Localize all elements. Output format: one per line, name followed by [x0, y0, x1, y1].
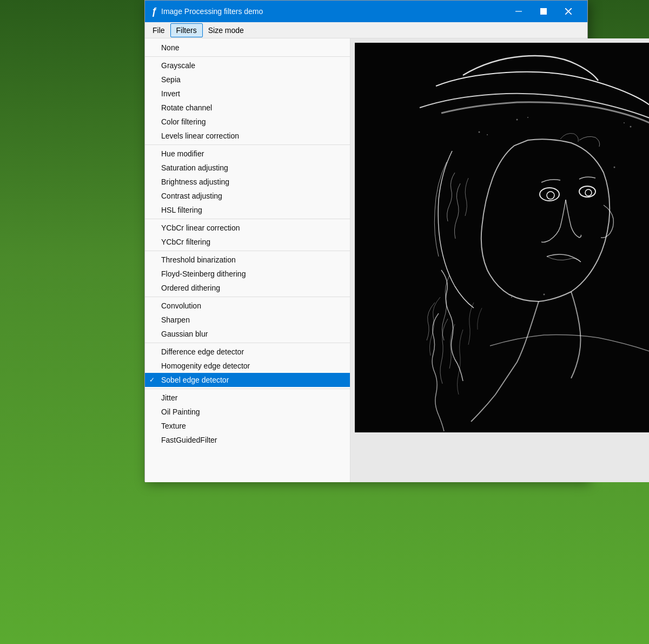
menu-separator: [145, 56, 350, 57]
filter-list-item[interactable]: Gaussian blur: [145, 327, 350, 341]
processed-image: [355, 43, 649, 432]
filter-list-item[interactable]: Convolution: [145, 299, 350, 313]
filter-item-label: Jitter: [161, 393, 177, 402]
svg-point-9: [479, 132, 480, 133]
filter-list-item[interactable]: HSL filtering: [145, 203, 350, 217]
filter-list-item[interactable]: Ordered dithering: [145, 281, 350, 295]
svg-rect-0: [515, 11, 522, 11]
filter-item-label: Hue modifier: [161, 149, 204, 158]
svg-point-17: [511, 297, 512, 298]
filter-list-item[interactable]: Sharpen: [145, 313, 350, 327]
filter-list-item[interactable]: FastGuidedFilter: [145, 433, 350, 447]
titlebar: ƒ Image Processing filters demo: [145, 1, 587, 22]
filter-item-label: Threshold binarization: [161, 255, 236, 264]
filter-item-label: Brightness adjusting: [161, 178, 229, 186]
filter-item-label: Sharpen: [161, 316, 190, 324]
content-area: NoneGrayscaleSepiaInvertRotate channelCo…: [145, 38, 587, 482]
filter-list-item[interactable]: Floyd-Steinberg dithering: [145, 267, 350, 281]
app-icon: ƒ: [151, 6, 157, 17]
filter-list-item[interactable]: Homogenity edge detector: [145, 359, 350, 373]
filter-item-label: Convolution: [161, 301, 201, 310]
filter-list-item[interactable]: Threshold binarization: [145, 253, 350, 267]
filter-item-label: Oil Painting: [161, 408, 200, 416]
svg-point-16: [544, 294, 545, 295]
menu-separator: [145, 251, 350, 251]
filter-item-label: Floyd-Steinberg dithering: [161, 270, 246, 278]
svg-point-15: [614, 167, 615, 168]
svg-point-11: [630, 126, 632, 128]
filter-item-label: Grayscale: [161, 61, 195, 70]
menu-separator: [145, 219, 350, 219]
filter-list-item[interactable]: Contrast adjusting: [145, 189, 350, 203]
filter-list-item[interactable]: Sepia: [145, 73, 350, 87]
menu-separator: [145, 343, 350, 343]
menu-size-mode[interactable]: Size mode: [203, 24, 249, 37]
filter-item-label: Ordered dithering: [161, 284, 220, 292]
filter-item-label: Texture: [161, 422, 186, 430]
filter-list-item[interactable]: None: [145, 41, 350, 55]
filter-list-item[interactable]: YCbCr linear correction: [145, 221, 350, 235]
filter-list-item[interactable]: Texture: [145, 419, 350, 433]
menubar: File Filters Size mode: [145, 22, 587, 38]
minimize-button[interactable]: [506, 1, 531, 22]
filter-item-label: Sepia: [161, 75, 181, 84]
filter-list-item[interactable]: Levels linear correction: [145, 129, 350, 143]
menu-separator: [145, 389, 350, 389]
filter-item-label: Saturation adjusting: [161, 163, 228, 172]
filter-item-label: None: [161, 43, 179, 52]
maximize-button[interactable]: [531, 1, 556, 22]
filter-item-label: Homogenity edge detector: [161, 362, 250, 370]
svg-rect-1: [541, 9, 547, 15]
filter-item-label: Invert: [161, 89, 180, 98]
filter-list-item[interactable]: Oil Painting: [145, 405, 350, 419]
filter-list-item[interactable]: Saturation adjusting: [145, 161, 350, 175]
menu-filters[interactable]: Filters: [170, 23, 203, 37]
filter-item-label: HSL filtering: [161, 206, 202, 214]
svg-point-10: [487, 134, 488, 135]
filter-list: NoneGrayscaleSepiaInvertRotate channelCo…: [145, 38, 350, 449]
filter-list-item[interactable]: Difference edge detector: [145, 345, 350, 359]
filter-list-item[interactable]: Jitter: [145, 391, 350, 405]
filter-item-label: Color filtering: [161, 117, 206, 126]
filter-list-item[interactable]: ✓Sobel edge detector: [145, 373, 350, 387]
window-title: Image Processing filters demo: [161, 7, 506, 16]
image-canvas: [355, 43, 649, 432]
filter-item-label: Rotate channel: [161, 103, 212, 112]
filter-list-item[interactable]: YCbCr filtering: [145, 235, 350, 249]
menu-separator: [145, 297, 350, 297]
filter-list-item[interactable]: Hue modifier: [145, 147, 350, 161]
filter-item-label: Difference edge detector: [161, 347, 244, 356]
filter-item-label: Sobel edge detector: [161, 376, 229, 384]
filter-item-label: YCbCr linear correction: [161, 224, 240, 232]
filter-list-item[interactable]: Rotate channel: [145, 101, 350, 115]
filter-list-item[interactable]: Grayscale: [145, 58, 350, 73]
svg-point-13: [516, 119, 518, 121]
filter-item-label: Contrast adjusting: [161, 192, 222, 200]
filter-list-item[interactable]: Color filtering: [145, 115, 350, 129]
close-button[interactable]: [556, 1, 581, 22]
menu-separator: [145, 144, 350, 145]
filter-item-label: FastGuidedFilter: [161, 436, 217, 444]
filter-list-item[interactable]: Invert: [145, 87, 350, 101]
svg-point-14: [527, 117, 528, 118]
filter-item-label: Levels linear correction: [161, 132, 239, 140]
main-window: ƒ Image Processing filters demo File Fil…: [144, 0, 588, 482]
filter-dropdown-panel: NoneGrayscaleSepiaInvertRotate channelCo…: [145, 38, 350, 482]
image-panel: [350, 38, 649, 482]
filter-item-label: YCbCr filtering: [161, 238, 210, 246]
menu-file[interactable]: File: [147, 24, 170, 37]
filter-item-label: Gaussian blur: [161, 330, 208, 338]
filter-list-item[interactable]: Brightness adjusting: [145, 175, 350, 189]
svg-point-12: [624, 122, 625, 123]
window-controls: [506, 1, 581, 22]
